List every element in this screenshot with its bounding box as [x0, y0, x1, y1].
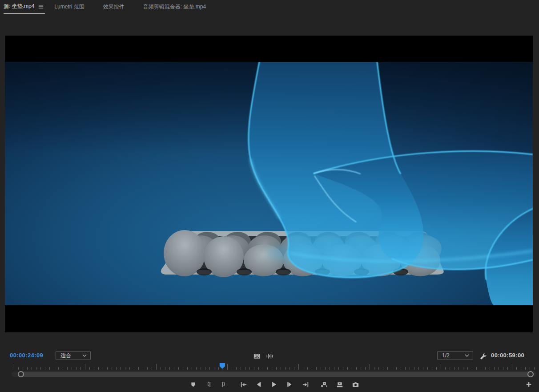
mark-out-button[interactable]	[217, 379, 229, 390]
monitor-settings-button[interactable]	[478, 351, 488, 361]
insert-icon	[320, 381, 328, 388]
zoom-level-select[interactable]: 适合	[56, 351, 91, 360]
filmstrip-icon	[253, 352, 261, 360]
timeline-ruler[interactable]	[0, 363, 539, 371]
go-to-out-icon	[302, 381, 310, 388]
chevron-down-icon	[465, 354, 469, 357]
video-monitor	[5, 36, 533, 332]
go-to-in-button[interactable]	[237, 379, 249, 390]
mark-in-icon	[205, 381, 213, 388]
duration-timecode: 00:00:59:00	[491, 352, 524, 359]
scrollbar-thumb[interactable]	[18, 372, 534, 377]
current-timecode[interactable]: 00:00:24:09	[10, 352, 43, 359]
overwrite-icon	[336, 381, 344, 388]
step-back-icon	[255, 381, 262, 388]
scrollbar-left-handle[interactable]	[18, 371, 24, 377]
tab-lumetri-scopes[interactable]: Lumetri 范围	[54, 3, 84, 11]
button-editor-button[interactable]	[523, 379, 535, 390]
add-marker-button[interactable]	[187, 379, 199, 390]
video-frame[interactable]	[5, 62, 533, 305]
scrollbar-right-handle[interactable]	[527, 371, 534, 377]
waveform-icon	[265, 352, 274, 360]
step-back-button[interactable]	[253, 379, 265, 390]
step-forward-button[interactable]	[284, 379, 295, 390]
zoom-level-value: 适合	[60, 352, 71, 360]
wrench-icon	[479, 352, 487, 360]
chevron-down-icon	[82, 354, 87, 357]
play-icon	[270, 381, 278, 388]
overwrite-button[interactable]	[334, 379, 346, 390]
source-monitor-panel: 源: 坐垫.mp4 Lumetri 范围 效果控件 音频剪辑混合器: 坐垫.mp…	[0, 0, 539, 392]
drag-video-only-button[interactable]	[251, 351, 262, 361]
panel-tab-bar: 源: 坐垫.mp4 Lumetri 范围 效果控件 音频剪辑混合器: 坐垫.mp…	[0, 0, 539, 13]
go-to-in-icon	[240, 381, 247, 388]
play-button[interactable]	[268, 379, 280, 390]
camera-icon	[352, 381, 359, 388]
marker-icon	[190, 381, 197, 388]
tab-audio-clip-mixer[interactable]: 音频剪辑混合器: 坐垫.mp4	[143, 3, 206, 11]
plus-icon	[525, 381, 532, 388]
tab-effect-controls[interactable]: 效果控件	[103, 3, 125, 11]
insert-button[interactable]	[318, 379, 330, 390]
zoom-scrollbar[interactable]	[0, 371, 539, 378]
tab-source-label: 源: 坐垫.mp4	[4, 3, 34, 10]
drag-audio-only-button[interactable]	[264, 351, 275, 361]
step-forward-icon	[286, 381, 293, 388]
playback-resolution-select[interactable]: 1/2	[437, 351, 473, 360]
tab-source[interactable]: 源: 坐垫.mp4	[4, 3, 45, 14]
playback-resolution-value: 1/2	[442, 352, 450, 359]
mark-out-icon	[220, 381, 227, 388]
export-frame-button[interactable]	[350, 379, 361, 390]
hamburger-icon[interactable]	[38, 4, 44, 9]
go-to-out-button[interactable]	[300, 379, 311, 390]
mark-in-button[interactable]	[203, 379, 215, 390]
